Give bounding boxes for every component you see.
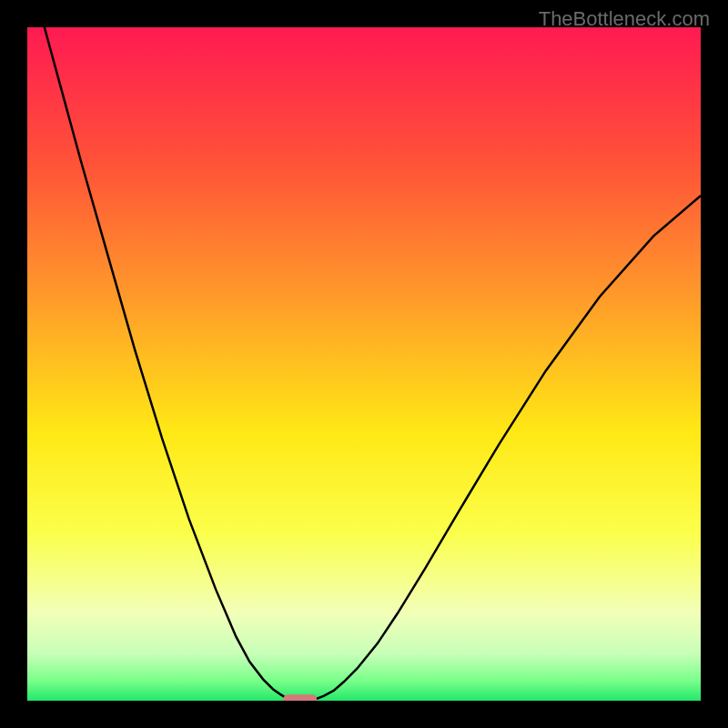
chart-svg (27, 27, 701, 701)
watermark-text: TheBottleneck.com (539, 7, 710, 31)
bottleneck-chart (27, 27, 701, 701)
bottleneck-marker (283, 694, 317, 701)
gradient-background (27, 27, 701, 701)
